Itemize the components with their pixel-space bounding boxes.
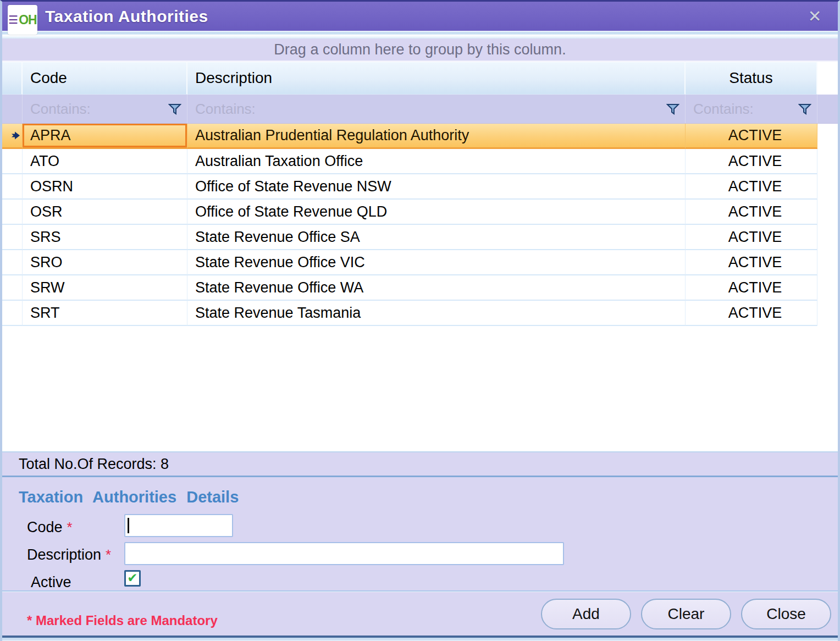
row-spacer [817, 225, 838, 250]
close-button-bottom[interactable]: Close [741, 599, 831, 629]
cell-status[interactable]: ACTIVE [686, 124, 817, 149]
group-by-drop-zone[interactable]: Drag a column here to group by this colu… [2, 38, 838, 62]
column-header-description[interactable]: Description [187, 62, 686, 95]
group-by-hint: Drag a column here to group by this colu… [274, 41, 566, 58]
description-field[interactable] [124, 542, 564, 565]
table-row-srt[interactable]: SRT State Revenue Tasmania ACTIVE [2, 301, 838, 326]
active-label: Active [31, 574, 71, 591]
header-spacer [817, 62, 838, 95]
cell-description[interactable]: Australian Prudential Regulation Authori… [187, 124, 686, 149]
table-row-srs[interactable]: SRS State Revenue Office SA ACTIVE [2, 225, 838, 250]
row-indicator [2, 200, 23, 225]
close-icon: ✕ [808, 7, 821, 26]
cell-description[interactable]: Office of State Revenue NSW [187, 174, 686, 200]
action-buttons: Add Clear Close [541, 599, 831, 629]
logo-bars-icon: ☰ [8, 14, 18, 25]
row-indicator [2, 250, 23, 275]
cell-code[interactable]: OSRN [23, 174, 187, 200]
row-spacer [817, 301, 838, 326]
cell-status[interactable]: ACTIVE [686, 250, 817, 275]
filter-cell-description[interactable]: Contains: [187, 95, 686, 123]
status-filter-placeholder: Contains: [693, 101, 754, 118]
table-row-ato[interactable]: ATO Australian Taxation Office ACTIVE [2, 149, 838, 174]
code-filter-placeholder: Contains: [30, 101, 91, 118]
clear-button[interactable]: Clear [641, 599, 731, 629]
row-spacer [817, 174, 838, 200]
cell-description[interactable]: Australian Taxation Office [187, 149, 686, 174]
code-label-text: Code [27, 519, 63, 535]
window-bottom-edge [2, 636, 838, 641]
column-header-status[interactable]: Status [686, 62, 817, 95]
description-label-text: Description [27, 546, 101, 563]
cell-description[interactable]: State Revenue Tasmania [187, 301, 686, 326]
close-button[interactable]: ✕ [804, 5, 826, 27]
code-field[interactable] [124, 514, 233, 537]
details-divider [2, 590, 838, 592]
row-indicator [2, 225, 23, 250]
taxation-authorities-dialog: ☰ OH Taxation Authorities ✕ Drag a colum… [0, 0, 840, 641]
description-label: Description* [27, 546, 111, 563]
row-indicator [2, 301, 23, 326]
active-checkbox[interactable]: ✔ [124, 570, 141, 587]
cell-description[interactable]: Office of State Revenue QLD [187, 200, 686, 225]
cell-description[interactable]: State Revenue Office SA [187, 225, 686, 250]
title-bar: ☰ OH Taxation Authorities ✕ [2, 2, 838, 31]
row-spacer [817, 200, 838, 225]
details-panel: Taxation Authorities Details Code* Descr… [2, 477, 838, 636]
cell-description[interactable]: State Revenue Office VIC [187, 250, 686, 275]
row-indicator [2, 149, 23, 174]
cell-status[interactable]: ACTIVE [686, 174, 817, 200]
row-spacer [817, 250, 838, 275]
details-heading: Taxation Authorities Details [19, 488, 239, 506]
grid-filter-row: Contains: Contains: Contains: [2, 95, 838, 124]
total-records-bar: Total No.Of Records: 8 [2, 451, 838, 477]
titlebar-divider [2, 31, 838, 38]
table-row-osrn[interactable]: OSRN Office of State Revenue NSW ACTIVE [2, 174, 838, 200]
description-required-marker: * [106, 546, 111, 563]
cell-status[interactable]: ACTIVE [686, 301, 817, 326]
cell-code[interactable]: OSR [23, 200, 187, 225]
filter-indicator-cell [2, 95, 23, 123]
table-row-srw[interactable]: SRW State Revenue Office WA ACTIVE [2, 275, 838, 301]
row-spacer [817, 275, 838, 301]
cell-description[interactable]: State Revenue Office WA [187, 275, 686, 301]
cell-code[interactable]: ATO [23, 149, 187, 174]
cell-status[interactable]: ACTIVE [686, 275, 817, 301]
window-title: Taxation Authorities [45, 7, 208, 26]
row-indicator [2, 174, 23, 200]
grid-header-row: Code Description Status [2, 62, 838, 95]
green-check-icon: ✔ [127, 572, 137, 584]
cell-code[interactable]: SRO [23, 250, 187, 275]
table-row-apra[interactable]: APRA Australian Prudential Regulation Au… [2, 124, 838, 149]
table-row-sro[interactable]: SRO State Revenue Office VIC ACTIVE [2, 250, 838, 275]
arrow-right-icon [11, 131, 21, 140]
selected-row-pointer [2, 124, 23, 149]
filter-funnel-icon[interactable] [666, 103, 679, 115]
add-button[interactable]: Add [541, 599, 631, 629]
table-row-osr[interactable]: OSR Office of State Revenue QLD ACTIVE [2, 200, 838, 225]
code-required-marker: * [67, 519, 73, 535]
description-filter-placeholder: Contains: [195, 101, 256, 118]
cell-status[interactable]: ACTIVE [686, 200, 817, 225]
row-indicator [2, 275, 23, 301]
total-records-label: Total No.Of Records: 8 [19, 456, 169, 473]
mandatory-fields-note: * Marked Fields are Mandatory [27, 613, 218, 628]
row-spacer [817, 149, 838, 174]
filter-funnel-icon[interactable] [798, 103, 811, 115]
grid-empty-area [2, 326, 838, 451]
cell-code[interactable]: SRS [23, 225, 187, 250]
cell-code[interactable]: SRT [23, 301, 187, 326]
filter-cell-code[interactable]: Contains: [23, 95, 187, 123]
logo-text: OH [19, 13, 37, 27]
cell-code[interactable]: APRA [23, 124, 187, 149]
cell-code[interactable]: SRW [23, 275, 187, 301]
text-caret [128, 518, 129, 533]
cell-status[interactable]: ACTIVE [686, 225, 817, 250]
filter-cell-status[interactable]: Contains: [686, 95, 817, 123]
row-indicator-header [2, 62, 23, 95]
filter-spacer [817, 95, 838, 123]
cell-status[interactable]: ACTIVE [686, 149, 817, 174]
eoh-logo-icon: ☰ OH [8, 5, 37, 35]
filter-funnel-icon[interactable] [168, 103, 181, 115]
column-header-code[interactable]: Code [23, 62, 187, 95]
